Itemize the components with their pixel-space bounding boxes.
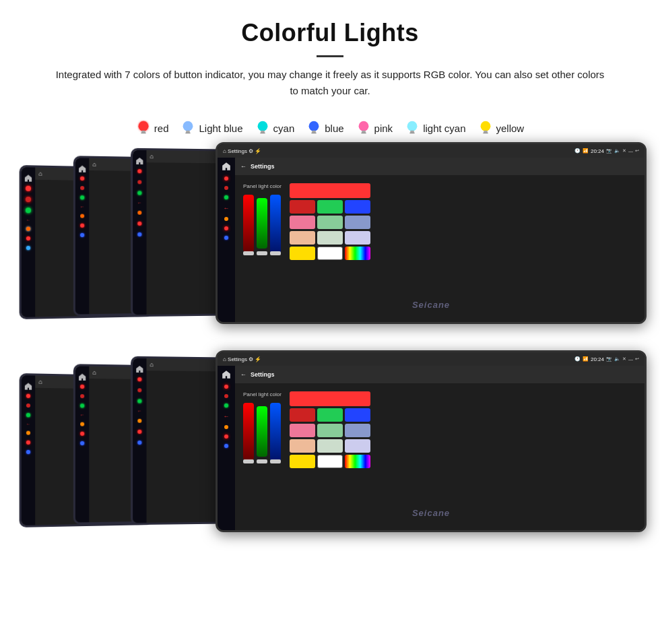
- settings-title-bottom: ⌂ Settings ⚙ ⚡: [223, 356, 261, 362]
- nav-back-top[interactable]: ←: [240, 163, 246, 170]
- grid-row2-bottom: [290, 408, 370, 422]
- back-arrow-1b: ←: [137, 409, 142, 414]
- btn-r1-1b: [137, 377, 141, 381]
- svg-point-3: [183, 121, 193, 131]
- top-device-group: ← ⌂ MIC: [13, 142, 647, 341]
- status-bar-left-top: ⌂ Settings ⚙ ⚡: [223, 148, 261, 154]
- cell-yellow-bottom[interactable]: [290, 455, 315, 468]
- camera-icon-top: 📷: [606, 148, 612, 154]
- btn-green-3: [26, 207, 31, 213]
- btn-r5-2b: [80, 432, 84, 436]
- cell-white-top[interactable]: [317, 247, 343, 260]
- cell-red2-top[interactable]: [290, 200, 315, 214]
- btn5-1: [137, 222, 141, 226]
- small-home-2b: ⌂: [92, 369, 99, 376]
- device-stack-bottom: ← ⌂ MIC: [13, 350, 647, 549]
- cell-pale-top[interactable]: [317, 231, 343, 245]
- cell-pink-bottom[interactable]: [290, 424, 315, 437]
- btn6-2: [80, 233, 84, 237]
- cell-red-large-bottom[interactable]: [290, 391, 370, 406]
- screen-body-top: ← ← Settings: [218, 158, 645, 322]
- cell-yellow-top[interactable]: [290, 247, 315, 260]
- description-text: Integrated with 7 colors of button indic…: [54, 67, 606, 99]
- small-sidebar-3: ←: [22, 167, 36, 317]
- cell-pink-top[interactable]: [290, 216, 315, 229]
- cell-peach-bottom[interactable]: [290, 439, 315, 453]
- bar-red-top: [243, 195, 254, 252]
- cell-blue-bottom[interactable]: [345, 408, 370, 422]
- grid-row1-top: [290, 183, 370, 198]
- cell-white-bottom[interactable]: [317, 455, 343, 468]
- nav-settings-top: Settings: [251, 163, 275, 170]
- nav-settings-bottom: Settings: [251, 371, 275, 378]
- home-icon-1b: [135, 364, 143, 372]
- bar-red-bottom: [243, 403, 254, 460]
- cell-rainbow-top[interactable]: [345, 247, 370, 260]
- bar-blue-bottom: [270, 403, 281, 462]
- cell-blue-top[interactable]: [345, 200, 370, 214]
- nav-back-bottom[interactable]: ←: [240, 371, 246, 378]
- cell-red2-bottom[interactable]: [290, 408, 315, 422]
- signal-icon-top: 📶: [583, 148, 589, 154]
- color-item-red: red: [136, 119, 169, 137]
- cell-rainbow-bottom[interactable]: [345, 455, 370, 468]
- sidebar-back-top[interactable]: ←: [224, 205, 230, 212]
- sidebar-btn3-bottom: [224, 404, 228, 408]
- grid-row2-top: [290, 200, 370, 214]
- btn3-2: [80, 195, 84, 199]
- panel-left-top: Panel light color: [243, 183, 282, 314]
- cell-peach-top[interactable]: [290, 231, 315, 245]
- cyan-bulb-icon: [255, 119, 270, 137]
- color-item-lightcyan: light cyan: [405, 119, 465, 137]
- back-icon-bottom: ↩: [635, 356, 639, 362]
- panel-right-top: [290, 183, 370, 314]
- btn-r5-3b: [26, 441, 30, 445]
- cell-lightgreen-bottom[interactable]: [317, 424, 343, 437]
- sidebar-back-bottom[interactable]: ←: [224, 413, 230, 420]
- color-item-lightblue: Light blue: [180, 119, 242, 137]
- time-top: 20:24: [591, 148, 604, 154]
- home-icon-2: [78, 164, 86, 172]
- btn2-2: [80, 186, 84, 190]
- cell-lightblue-top[interactable]: [345, 216, 370, 229]
- thumb2-top: [257, 251, 267, 255]
- cell-green-bottom[interactable]: [317, 408, 343, 422]
- left-sidebar-top: ←: [218, 158, 235, 322]
- cell-lightgreen-top[interactable]: [317, 216, 343, 229]
- title-divider: [317, 55, 343, 57]
- btn4-2: [80, 214, 84, 218]
- camera-icon-bottom: 📷: [606, 356, 612, 362]
- btn-white-3: [26, 227, 30, 231]
- cell-lavender-top[interactable]: [345, 231, 370, 245]
- svg-rect-11: [312, 133, 317, 134]
- page-title: Colorful Lights: [40, 19, 620, 47]
- btn-r5-1b: [137, 430, 141, 434]
- btn-r6-2b: [80, 441, 84, 445]
- screen-body-bottom: ← ← Settings: [218, 366, 645, 530]
- cell-lightblue-bottom[interactable]: [345, 424, 370, 437]
- thumb3-top: [270, 251, 281, 255]
- thumb2-bottom: [257, 459, 267, 463]
- back-icon-top: ↩: [635, 148, 639, 154]
- bar-blue-top: [270, 195, 281, 254]
- btn3-1: [137, 191, 141, 195]
- sidebar-btn5-bottom: [224, 434, 228, 439]
- svg-rect-20: [483, 133, 488, 134]
- time-bottom: 20:24: [591, 356, 604, 362]
- btn-r4-1b: [137, 419, 141, 423]
- panel-area-top: Panel light color: [235, 175, 645, 322]
- cell-lavender-bottom[interactable]: [345, 439, 370, 453]
- cell-pale-bottom[interactable]: [317, 439, 343, 453]
- status-bar-right-top: 🕐 📶 20:24 📷 🔈 ✕ — ↩: [574, 148, 639, 154]
- color-label-pink: pink: [374, 123, 393, 134]
- sidebar-home-top: [222, 162, 231, 171]
- btn4-1: [137, 211, 141, 215]
- sidebar-btn2-top: [224, 186, 228, 190]
- svg-point-6: [257, 121, 267, 131]
- cell-red-large-top[interactable]: [290, 183, 370, 198]
- back-arrow-3b: ←: [26, 422, 30, 426]
- minimize-icon-bottom: —: [628, 357, 633, 362]
- cell-green-top[interactable]: [317, 200, 343, 214]
- screen-main-bottom: ← Settings Panel light color: [235, 366, 645, 530]
- sidebar-btn4-bottom: [224, 425, 228, 429]
